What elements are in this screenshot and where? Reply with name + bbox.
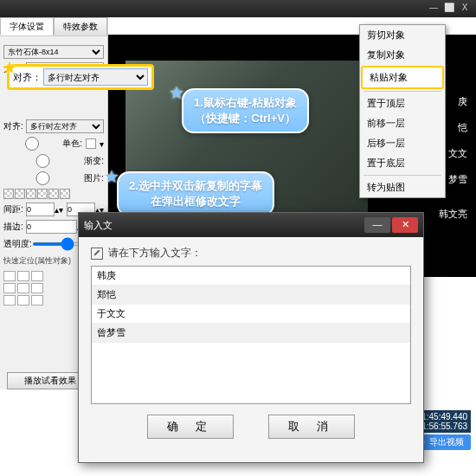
align-highlight: 对齐： 多行时左对齐: [7, 64, 154, 90]
ctx-copy[interactable]: 复制对象: [360, 45, 445, 65]
align2-label: 对齐:: [3, 120, 26, 132]
pos-cell[interactable]: [3, 271, 16, 281]
pos-cell[interactable]: [17, 295, 29, 306]
pos-cell[interactable]: [17, 283, 29, 293]
stroke-label: 描边:: [3, 221, 26, 233]
star-icon: ★: [2, 57, 17, 78]
dialog-close[interactable]: ✕: [392, 217, 418, 233]
close-button[interactable]: X: [457, 3, 473, 15]
align-select[interactable]: 多行时左对齐: [43, 68, 148, 86]
subtitle-overlay[interactable]: 文文: [448, 147, 467, 160]
subtitle-overlay[interactable]: 庚: [458, 95, 467, 108]
input-dialog: 输入文 — ✕ 请在下方输入文字： 韩庚 郑恺 于文文 曾梦雪 确 定 取 消: [78, 212, 424, 463]
texture-swatch[interactable]: [37, 189, 48, 199]
ctx-separator: [363, 175, 441, 176]
image-label: 图片:: [84, 172, 104, 184]
pos-cell[interactable]: [17, 271, 29, 281]
dialog-titlebar[interactable]: 输入文 — ✕: [79, 213, 423, 237]
color-swatch[interactable]: [86, 138, 96, 149]
ctx-bitmap[interactable]: 转为贴图: [360, 177, 445, 197]
pos-cell[interactable]: [31, 283, 43, 293]
tab-font-settings[interactable]: 字体设置: [0, 17, 54, 35]
ctx-forward[interactable]: 前移一层: [360, 113, 445, 133]
opacity-label: 透明度:: [3, 238, 32, 250]
minimize-button[interactable]: —: [426, 3, 441, 15]
pos-cell[interactable]: [31, 295, 43, 306]
stroke-input[interactable]: [26, 220, 77, 234]
spacing-input[interactable]: [26, 203, 55, 216]
ok-button[interactable]: 确 定: [147, 415, 234, 439]
texture-swatch[interactable]: [60, 189, 70, 199]
ctx-separator: [363, 91, 441, 92]
tab-fx-params[interactable]: 特效参数: [54, 17, 107, 35]
instruction-callout-2: 2.选中并双击新复制的字幕 在弹出框修改文字: [117, 171, 274, 216]
ctx-top[interactable]: 置于顶层: [360, 93, 445, 113]
context-menu: 剪切对象 复制对象 粘贴对象 置于顶层 前移一层 后移一层 置于底层 转为贴图: [359, 24, 446, 198]
star-icon: ★: [169, 82, 184, 103]
subtitle-overlay[interactable]: 梦雪: [448, 173, 467, 186]
spacing-label: 间距:: [3, 203, 26, 215]
subtitle-overlay[interactable]: 恺: [458, 121, 467, 134]
pos-cell[interactable]: [31, 271, 43, 281]
ctx-cut[interactable]: 剪切对象: [360, 25, 445, 45]
main-titlebar: — ⬜ X: [0, 0, 476, 17]
edit-icon: [91, 248, 103, 260]
text-input-list[interactable]: 韩庚 郑恺 于文文 曾梦雪: [91, 266, 411, 404]
subtitle-overlay[interactable]: 韩文亮: [439, 208, 467, 221]
align2-select[interactable]: 多行时左对齐: [26, 119, 104, 133]
ctx-bottom[interactable]: 置于底层: [360, 153, 445, 173]
image-radio[interactable]: [3, 171, 82, 185]
gradient-label: 渐变:: [84, 155, 104, 167]
pos-cell[interactable]: [3, 295, 16, 306]
ctx-backward[interactable]: 后移一层: [360, 133, 445, 153]
single-color-radio[interactable]: [3, 137, 61, 151]
texture-swatch[interactable]: [26, 189, 36, 199]
text-row[interactable]: 韩庚: [92, 267, 410, 286]
text-row[interactable]: 于文文: [92, 305, 410, 324]
gradient-radio[interactable]: [3, 154, 82, 168]
single-label: 单色:: [62, 138, 82, 150]
star-icon: ★: [104, 166, 119, 187]
ctx-paste[interactable]: 粘贴对象: [361, 66, 444, 89]
texture-swatch[interactable]: [15, 189, 25, 199]
texture-swatch[interactable]: [48, 189, 59, 199]
instruction-callout-1: 1.鼠标右键-粘贴对象 （快捷键：Ctrl+V）: [182, 88, 309, 133]
pos-cell[interactable]: [3, 283, 16, 293]
cancel-button[interactable]: 取 消: [268, 415, 355, 439]
texture-swatch[interactable]: [3, 189, 14, 199]
dialog-prompt: 请在下方输入文字：: [108, 246, 202, 261]
dialog-minimize[interactable]: —: [364, 217, 390, 233]
maximize-button[interactable]: ⬜: [441, 3, 457, 15]
font-select[interactable]: 东竹石体-8x14: [3, 45, 104, 59]
dialog-title: 输入文: [84, 219, 363, 232]
text-row[interactable]: 郑恺: [92, 286, 410, 305]
timecode-display: 1:45:49.440 1:56:55.763: [418, 410, 471, 433]
text-row[interactable]: 曾梦雪: [92, 324, 410, 343]
